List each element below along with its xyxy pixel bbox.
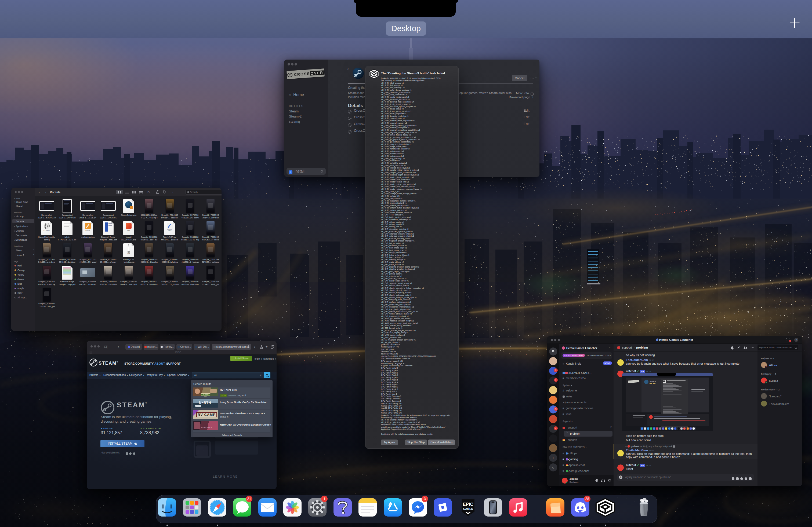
svg-text:GAMES: GAMES	[463, 508, 473, 510]
svg-text:EPIC: EPIC	[463, 502, 474, 507]
